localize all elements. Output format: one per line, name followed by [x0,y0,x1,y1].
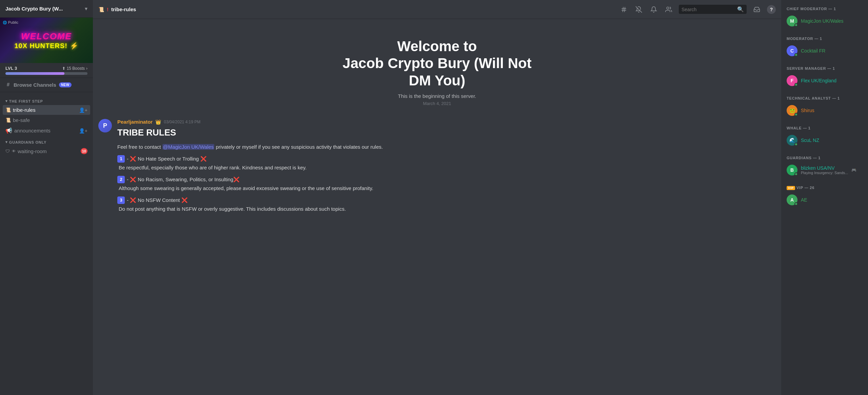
members-category-whale: WHALE — 1 [784,125,865,131]
welcome-title: Welcome to Jacob Crypto Bury (Will Not D… [100,38,774,89]
level-text: LVL 3 [5,66,17,71]
welcome-line1: Welcome to [100,38,774,55]
member-magicjon[interactable]: M MagicJon UK/Wales [784,14,865,28]
eye-icon: 👁 [12,149,16,153]
message-author: Pearljaminator [117,119,153,125]
category-first-step[interactable]: ▾ THE FIRST STEP [3,98,90,105]
new-badge: NEW [59,82,72,87]
member-name-blizken: blizken USA/NV [801,165,848,171]
shield-icon: 🛡 [5,149,10,154]
member-name-group-ae: AE [801,197,807,203]
member-cocktail[interactable]: C Cocktail FR [784,43,865,58]
channel-name: waiting-room [18,148,79,154]
rule-2-desc: Although some swearing is generally acce… [117,185,776,192]
welcome-line3: DM You) [100,72,774,89]
mention-magicjon[interactable]: @MagicJon UK/Wales [162,144,215,150]
members-group-server-manager: SERVER MANAGER — 1 F Flex UK/England [784,65,865,88]
member-avatar-magicjon: M [787,16,797,26]
channels-list: ▾ THE FIRST STEP 📜 tribe-rules 👤+ 📜 be-s… [0,92,93,158]
rule-1-text: - ❌ No Hate Speech or Trolling ❌ [127,155,207,163]
rule-1-desc: Be respectful, especially those who are … [117,164,776,172]
bell-slash-icon[interactable] [634,5,644,14]
channel-announcements[interactable]: 📢 announcements 👤+ [3,125,90,136]
message-header: Pearljaminator 👑 03/04/2021 4:19 PM [117,119,776,125]
channel-tribe-rules[interactable]: 📜 tribe-rules 👤+ [3,105,90,115]
collapse-icon: ▾ [5,99,8,103]
search-bar[interactable]: 🔍 [679,5,747,14]
inbox-icon[interactable] [752,5,762,14]
member-scul[interactable]: 🌊 ScuL NZ [784,133,865,148]
member-avatar-ae: A [787,194,797,205]
messages-area: Welcome to Jacob Crypto Bury (Will Not D… [93,19,781,395]
member-avatar-scul: 🌊 [787,135,797,146]
rule-2-text: - ❌ No Racism, Swearing, Politics, or In… [127,176,240,184]
browse-channels-button[interactable]: ＃ Browse Channels NEW [0,78,93,92]
banner-welcome: WELCOME [21,31,72,42]
boost-bar: LVL 3 ⬆ 15 Boosts › [0,63,93,78]
rule-1-number: 1 [117,155,125,163]
member-shirus[interactable]: 🐸 Shirus [784,103,865,118]
search-icon: 🔍 [737,6,744,13]
members-category-server-manager: SERVER MANAGER — 1 [784,65,865,72]
status-dot-magicjon [794,23,798,27]
message-content: TRIBE RULES Feel free to contact @MagicJ… [117,126,776,213]
members-category-vip: VIPVIP — 26 [784,184,865,191]
crown-icon: 👑 [155,119,161,125]
member-name-group-flex: Flex UK/England [801,78,836,83]
rule-3-number: 3 [117,196,125,204]
server-name: Jacob Crypto Bury (W... [5,6,63,12]
channel-name: tribe-rules [13,107,77,113]
chevron-right-icon: › [86,66,87,71]
banner-sub: 10X HUNTERS! ⚡ [14,42,78,50]
main-content: 📜 ! tribe-rules 🔍 ? [93,0,781,395]
member-name-scul: ScuL NZ [801,138,819,143]
rule-2-number: 2 [117,176,125,183]
member-ae[interactable]: A AE [784,192,865,207]
top-bar-icons: 🔍 ? [619,5,776,14]
members-group-whale: WHALE — 1 🌊 ScuL NZ [784,125,865,148]
rule-3-title: 3 - ❌ No NSFW Content ❌ [117,196,776,204]
svg-point-5 [667,7,669,9]
status-dot-cocktail [794,53,798,57]
channel-name: announcements [14,128,77,133]
members-group-chief-mod: CHIEF MODERATOR — 1 M MagicJon UK/Wales [784,5,865,28]
boost-progress-bg [5,72,87,75]
person-icon[interactable] [664,5,673,14]
status-dot-shirus [794,113,798,116]
svg-line-3 [625,7,625,12]
members-category-guardians: GUARDIANS — 1 [784,154,865,161]
member-name-magicjon: MagicJon UK/Wales [801,18,844,24]
category-guardians-only[interactable]: ▾ GUARDIANS ONLY [3,139,90,146]
members-group-vip: VIPVIP — 26 A AE [784,184,865,207]
member-avatar-shirus: 🐸 [787,105,797,116]
hash-icon: 📢 [5,127,12,134]
bell-alert-icon[interactable] [649,5,658,14]
avatar: P [98,119,112,132]
channel-sidebar: Jacob Crypto Bury (W... ▾ 🌐 Public WELCO… [0,0,93,395]
member-flex[interactable]: F Flex UK/England [784,73,865,88]
add-member-icon[interactable]: 👤+ [79,107,87,113]
member-name-shirus: Shirus [801,108,814,113]
help-icon[interactable]: ? [767,5,776,14]
rule-1-title: 1 - ❌ No Hate Speech or Trolling ❌ [117,155,776,163]
member-name-group-shirus: Shirus [801,108,814,113]
hashtag-icon: ＃ [5,81,11,88]
boosts-text: ⬆ 15 Boosts › [62,66,87,71]
message-body: Pearljaminator 👑 03/04/2021 4:19 PM TRIB… [117,119,776,217]
top-bar: 📜 ! tribe-rules 🔍 ? [93,0,781,19]
search-input[interactable] [682,7,734,12]
members-group-mod: MODERATOR — 1 C Cocktail FR [784,35,865,58]
member-blizken[interactable]: B blizken USA/NV Playing Insurgency: San… [784,163,865,178]
collapse-icon: ▾ [5,140,8,144]
channel-be-safe[interactable]: 📜 be-safe [3,115,90,125]
status-dot-blizken [794,172,798,176]
exclamation-icon: ! [107,6,108,12]
members-sidebar: CHIEF MODERATOR — 1 M MagicJon UK/Wales … [781,0,868,395]
member-name-group-magicjon: MagicJon UK/Wales [801,18,844,24]
public-badge: 🌐 Public [3,20,18,24]
member-name-group-blizken: blizken USA/NV Playing Insurgency: Sands… [801,165,848,175]
channel-waiting-room[interactable]: 🛡 👁 waiting-room 10 [3,146,90,156]
hashtag-top-icon[interactable] [619,5,629,14]
add-member-icon[interactable]: 👤+ [79,128,87,133]
server-header[interactable]: Jacob Crypto Bury (W... ▾ [0,0,93,18]
